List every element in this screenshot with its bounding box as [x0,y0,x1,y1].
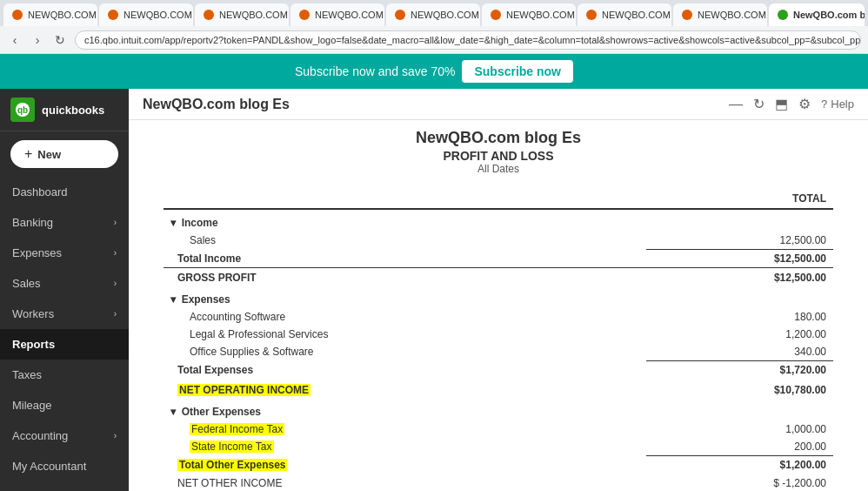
main-header: NewQBO.com blog Es — ↻ ⬒ ⚙ ? Help [129,89,868,120]
promo-banner: Subscribe now and save 70% Subscribe now [0,54,868,89]
sidebar-item-label: Mileage [12,399,52,412]
subscribe-button[interactable]: Subscribe now [462,60,573,83]
net-other-income-amount: $ -1,200.00 [646,474,834,491]
highlight-state-tax: State Income Tax [190,441,274,453]
sidebar-item-label: Sales [12,277,41,290]
sidebar-item-label: Expenses [12,246,62,259]
sidebar-nav: Dashboard Banking › Expenses › Sales › W… [0,177,129,491]
col-header-label [164,189,646,209]
col-header-total: TOTAL [646,189,834,209]
row-label: Total Expenses [164,361,646,380]
address-text: c16.qbo.intuit.com/app/reportv2?token=PA… [84,35,861,45]
tab-8[interactable]: NEWQBO.COM ✕ [673,3,767,26]
table-row: Federal Income Tax 1,000.00 [164,420,833,438]
gross-profit-label: GROSS PROFIT [164,268,646,287]
settings-icon[interactable]: ⚙ [798,96,811,112]
sidebar-item-dashboard[interactable]: Dashboard [0,177,129,207]
plus-icon: + [24,146,32,162]
sidebar-item-accounting[interactable]: Accounting › [0,420,129,451]
chevron-right-icon: › [114,279,117,288]
tab-favicon-3 [204,10,214,20]
tab-3[interactable]: NEWQBO.COM ✕ [195,3,289,26]
sidebar-item-apps[interactable]: Apps [0,481,129,491]
section-label: ▾ Other Expenses [164,399,833,420]
net-operating-income-label: NET OPERATING INCOME [164,379,646,399]
page-title: NewQBO.com blog Es [143,97,290,111]
table-row: Total Expenses $1,720.00 [164,361,833,380]
chevron-right-icon: › [114,309,117,319]
table-row: ▾ Other Expenses [164,399,833,420]
row-label: Total Income [164,250,646,268]
sidebar-item-expenses[interactable]: Expenses › [0,238,129,268]
net-operating-income-amount: $10,780.00 [646,379,834,399]
address-bar[interactable]: c16.qbo.intuit.com/app/reportv2?token=PA… [75,30,861,50]
tab-5[interactable]: NEWQBO.COM ✕ [386,3,480,26]
highlight-federal-tax: Federal Income Tax [190,423,284,435]
reload-button[interactable]: ↻ [52,32,68,48]
report-area: NewQBO.com blog Es PROFIT AND LOSS All D… [129,120,868,491]
sidebar-item-label: Banking [12,216,53,229]
refresh-icon[interactable]: ↻ [753,96,765,112]
gross-profit-amount: $12,500.00 [646,268,834,287]
back-button[interactable]: ‹ [7,32,23,48]
header-icons: — ↻ ⬒ ⚙ ? Help [729,96,854,112]
report-dates: All Dates [164,163,833,175]
tab-label-9: NewQBO.com blo… [793,10,865,20]
help-label: Help [831,98,854,111]
tab-2[interactable]: NEWQBO.COM ✕ [99,3,193,26]
table-row: Sales 12,500.00 [164,232,833,250]
help-button[interactable]: ? Help [821,98,854,111]
tab-9[interactable]: NewQBO.com blo… ✕ [769,3,865,26]
highlight-total-other: Total Other Expenses [177,459,287,471]
table-row: Total Other Expenses $1,200.00 [164,456,833,474]
tab-label-4: NEWQBO.COM [315,10,384,20]
chevron-right-icon: › [114,248,117,258]
highlight-net-operating: NET OPERATING INCOME [177,384,310,396]
tab-favicon-8 [682,10,692,20]
minimize-icon[interactable]: — [729,97,743,112]
sidebar: qb quickbooks + New Dashboard Banking › … [0,89,129,491]
row-label: Federal Income Tax [164,420,646,438]
tab-label-3: NEWQBO.COM [219,10,288,20]
tab-7[interactable]: NEWQBO.COM ✕ [578,3,671,26]
row-amount: $12,500.00 [646,250,834,268]
table-row: Accounting Software 180.00 [164,308,833,326]
row-amount: 180.00 [646,308,834,326]
sidebar-item-taxes[interactable]: Taxes [0,360,129,390]
row-label: State Income Tax [164,438,646,456]
sidebar-item-label: Dashboard [12,185,68,198]
sidebar-item-workers[interactable]: Workers › [0,299,129,329]
tab-label-8: NEWQBO.COM [698,10,766,20]
net-other-income-label: NET OTHER INCOME [164,474,646,491]
sidebar-item-label: Taxes [12,368,42,381]
table-row: ▾ Income [164,209,833,232]
forward-button[interactable]: › [30,32,45,48]
tab-6[interactable]: NEWQBO.COM ✕ [482,3,576,26]
row-amount: $1,200.00 [646,456,834,474]
print-icon[interactable]: ⬒ [775,96,788,112]
sidebar-item-my-accountant[interactable]: My Accountant [0,451,129,481]
tab-favicon-9 [778,10,788,20]
row-label: Total Other Expenses [164,456,646,474]
new-label: New [37,148,61,161]
new-button[interactable]: + New [10,140,118,168]
tab-favicon-4 [299,10,310,20]
report-table: TOTAL ▾ Income Sales 12,500.00 Total Inc… [164,189,833,491]
tab-label-2: NEWQBO.COM [124,10,192,20]
question-icon: ? [821,98,827,111]
tab-favicon-1 [12,10,23,20]
tab-4[interactable]: NEWQBO.COM ✕ [290,3,384,26]
row-amount: 200.00 [646,438,834,456]
sidebar-item-reports[interactable]: Reports [0,329,129,360]
sidebar-item-banking[interactable]: Banking › [0,207,129,238]
tab-favicon-7 [586,10,597,20]
table-row: State Income Tax 200.00 [164,438,833,456]
row-label: Sales [164,232,646,250]
main-content: NewQBO.com blog Es — ↻ ⬒ ⚙ ? Help NewQBO… [129,89,868,491]
chevron-right-icon: › [114,218,117,227]
sidebar-item-mileage[interactable]: Mileage [0,390,129,420]
sidebar-item-label: Accounting [12,429,68,442]
sidebar-item-sales[interactable]: Sales › [0,268,129,299]
tab-1[interactable]: NEWQBO.COM ✕ [3,3,97,26]
header-left: NewQBO.com blog Es [143,97,290,112]
